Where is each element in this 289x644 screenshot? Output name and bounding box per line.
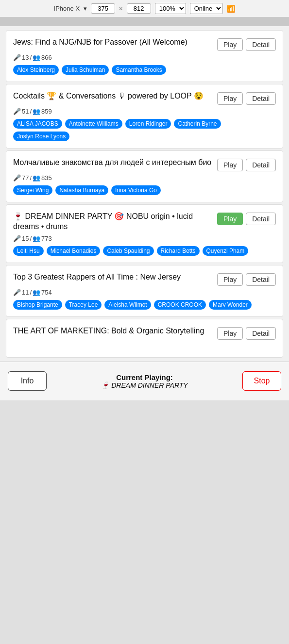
tag: Natasha Burnaya [55, 185, 108, 195]
detail-button-5[interactable]: Detail [246, 273, 276, 286]
room-meta-3: 🎤 77 / 👥 835 [13, 174, 276, 182]
connection-select[interactable]: Online Offline [190, 3, 223, 14]
room-title-6: THE ART OF MARKETING: Bold & Organic Sto… [13, 326, 217, 336]
room-header-2: Cocktails 🏆 & Conversations 🎙 powered by… [13, 91, 276, 105]
detail-button-1[interactable]: Detail [246, 38, 276, 51]
audience-count-1: 866 [41, 54, 52, 61]
room-actions-6: Play Detail [217, 327, 276, 340]
mic-icon-4: 🎤 [13, 235, 21, 242]
room-actions-5: Play Detail [217, 273, 276, 286]
mic-count-2: 51 [22, 108, 29, 115]
room-actions-3: Play Detail [217, 159, 276, 171]
room-tags-4: Leiti Hsu Michael Bonadies Caleb Spauldi… [13, 246, 276, 256]
room-card-4: 🍷 DREAM DINNER PARTY 🎯 NOBU origin • luc… [6, 204, 283, 263]
tag: Quyenzi Pham [203, 246, 249, 256]
room-meta-4: 🎤 15 / 👥 773 [13, 235, 276, 242]
tag: Sergei Wing [13, 185, 52, 195]
zoom-select[interactable]: 100% 75% 50% [155, 3, 186, 14]
play-button-2[interactable]: Play [217, 92, 243, 105]
tag: Caleb Spaulding [103, 246, 153, 256]
tag: Catherin Byrne [174, 119, 221, 129]
now-playing-title: 🍷 DREAM DINNER PARTY [51, 381, 238, 389]
room-meta-1: 🎤 13 / 👥 866 [13, 54, 276, 61]
detail-button-2[interactable]: Detail [246, 92, 276, 105]
tag: Loren Ridinger [125, 119, 171, 129]
height-input[interactable] [127, 3, 151, 14]
room-title-5: Top 3 Greatest Rappers of All Time : New… [13, 272, 217, 282]
detail-button-3[interactable]: Detail [246, 159, 276, 171]
detail-button-6[interactable]: Detail [246, 327, 276, 340]
mic-icon-1: 🎤 [13, 54, 21, 61]
room-header-1: Jews: Find a NJG/NJB for Passover (All W… [13, 37, 276, 51]
bottom-bar: Info Current Playing: 🍷 DREAM DINNER PAR… [0, 362, 289, 400]
audience-count-4: 773 [41, 235, 52, 242]
mic-icon-3: 🎤 [13, 174, 21, 182]
room-card-5: Top 3 Greatest Rappers of All Time : New… [6, 265, 283, 317]
mic-icon-5: 🎤 [13, 289, 21, 296]
audience-icon-2: 👥 [33, 108, 40, 115]
room-card-1: Jews: Find a NJG/NJB for Passover (All W… [6, 30, 283, 82]
play-button-1[interactable]: Play [217, 38, 243, 51]
room-actions-4: Play Detail [217, 213, 276, 225]
tag: Joslyn Rose Lyons [13, 132, 69, 141]
tag: Leiti Hsu [13, 246, 44, 256]
tag: Bishop Brigante [13, 300, 62, 310]
room-header-4: 🍷 DREAM DINNER PARTY 🎯 NOBU origin • luc… [13, 212, 276, 232]
tag: Michael Bonadies [47, 246, 101, 256]
room-card-2: Cocktails 🏆 & Conversations 🎙 powered by… [6, 84, 283, 149]
tag: Richard Betts [157, 246, 200, 256]
mic-count-5: 11 [22, 289, 29, 296]
status-bar: iPhone X ▾ × 100% 75% 50% Online Offline… [0, 0, 289, 17]
mic-icon-2: 🎤 [13, 108, 21, 115]
room-tags-5: Bishop Brigante Tracey Lee Aleisha Wilmo… [13, 300, 276, 310]
stop-button[interactable]: Stop [242, 371, 281, 391]
detail-button-4[interactable]: Detail [246, 213, 276, 225]
top-bar [0, 17, 289, 26]
room-title-4: 🍷 DREAM DINNER PARTY 🎯 NOBU origin • luc… [13, 212, 217, 232]
room-meta-2: 🎤 51 / 👥 859 [13, 108, 276, 115]
tag: Julia Schulman [62, 65, 109, 75]
chevron-down-icon: ▾ [84, 5, 87, 12]
width-input[interactable] [91, 3, 115, 14]
play-button-3[interactable]: Play [217, 159, 243, 171]
tag: Alex Steinberg [13, 65, 59, 75]
room-title-1: Jews: Find a NJG/NJB for Passover (All W… [13, 37, 217, 48]
mic-count-4: 15 [22, 235, 29, 242]
room-title-2: Cocktails 🏆 & Conversations 🎙 powered by… [13, 91, 217, 101]
info-button[interactable]: Info [8, 371, 47, 391]
audience-icon-4: 👥 [33, 235, 40, 242]
mic-count-1: 13 [22, 54, 29, 61]
tag: Aleisha Wilmot [104, 300, 151, 310]
device-name: iPhone X [54, 5, 80, 12]
room-list: Jews: Find a NJG/NJB for Passover (All W… [0, 26, 289, 362]
room-header-6: THE ART OF MARKETING: Bold & Organic Sto… [13, 326, 276, 340]
now-playing-label: Current Playing: [51, 373, 238, 381]
play-button-4[interactable]: Play [217, 213, 243, 225]
now-playing-area: Current Playing: 🍷 DREAM DINNER PARTY [47, 373, 242, 389]
room-card-3: Молчаливые знакомства для людей с интере… [6, 150, 283, 202]
tag: Tracey Lee [65, 300, 102, 310]
tag: Samantha Brooks [112, 65, 166, 75]
room-tags-3: Sergei Wing Natasha Burnaya Irina Victor… [13, 185, 276, 195]
audience-icon-3: 👥 [33, 174, 40, 182]
audience-count-2: 859 [41, 108, 52, 115]
mic-count-3: 77 [22, 174, 29, 182]
room-header-5: Top 3 Greatest Rappers of All Time : New… [13, 272, 276, 286]
room-card-6: THE ART OF MARKETING: Bold & Organic Sto… [6, 319, 283, 358]
room-actions-2: Play Detail [217, 92, 276, 105]
room-tags-1: Alex Steinberg Julia Schulman Samantha B… [13, 65, 276, 75]
play-button-6[interactable]: Play [217, 327, 243, 340]
tag: ALISA JACOBS [13, 119, 62, 129]
dimension-separator: × [119, 5, 123, 12]
tag: CROOK CROOK [154, 300, 206, 310]
tag: Antoinette Williams [65, 119, 122, 129]
audience-icon-5: 👥 [33, 289, 40, 296]
room-tags-2: ALISA JACOBS Antoinette Williams Loren R… [13, 119, 276, 141]
room-header-3: Молчаливые знакомства для людей с интере… [13, 158, 276, 171]
signal-icon: 📶 [227, 5, 235, 13]
room-meta-5: 🎤 11 / 👥 754 [13, 289, 276, 296]
audience-icon-1: 👥 [33, 54, 40, 61]
play-button-5[interactable]: Play [217, 273, 243, 286]
room-title-3: Молчаливые знакомства для людей с интере… [13, 158, 217, 168]
room-actions-1: Play Detail [217, 38, 276, 51]
